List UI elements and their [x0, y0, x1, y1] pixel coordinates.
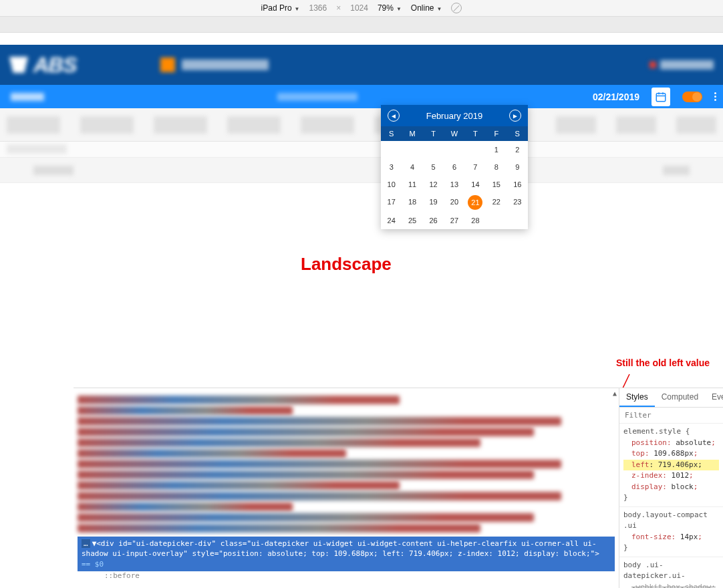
datepicker-day-cell[interactable]: 2: [507, 141, 528, 158]
table-cell-blur: [33, 166, 74, 175]
device-width: 1366: [309, 3, 327, 13]
table-header-row: [0, 108, 723, 142]
logo-glyph: [9, 57, 28, 73]
calendar-icon[interactable]: [652, 88, 670, 106]
datepicker-day-cell[interactable]: 11: [402, 176, 422, 193]
dom-line-blur: [78, 492, 561, 500]
device-selector[interactable]: iPad Pro: [261, 3, 300, 13]
datepicker-dayhead-cell: S: [507, 126, 528, 141]
white-gap: [0, 33, 723, 45]
datepicker-day-cell: .: [444, 141, 464, 158]
css-rule-body-layout[interactable]: body.layout-compact .ui font-size: 14px;…: [619, 507, 723, 557]
datepicker-day-cell[interactable]: 18: [402, 193, 422, 212]
css-highlighted-prop: left: 719.406px;: [623, 460, 719, 471]
datepicker-header: ◄ February 2019 ►: [381, 105, 528, 126]
datepicker-day-cell[interactable]: 19: [423, 193, 444, 212]
dom-line-blur: [78, 481, 400, 490]
tab-styles[interactable]: Styles: [619, 388, 655, 407]
datepicker-prev-icon[interactable]: ◄: [388, 110, 400, 122]
css-rule-body-datepicker[interactable]: body .ui-datepicker.ui- -webkit-box-shad…: [619, 557, 723, 589]
datepicker-day-cell[interactable]: 23: [507, 193, 528, 212]
datepicker-day-cell[interactable]: 8: [486, 158, 507, 176]
dom-line-blur: [78, 428, 534, 436]
app-logo: ABS: [9, 53, 77, 78]
devtools-panel: ▲ …▼<div id="ui-datepicker-div" class="u…: [74, 388, 723, 588]
datepicker-dayhead-cell: T: [423, 126, 444, 141]
tab-computed[interactable]: Computed: [655, 388, 705, 407]
table-cell-blur: [663, 166, 690, 175]
rotate-icon[interactable]: [451, 3, 462, 13]
styles-filter-input[interactable]: [619, 408, 723, 424]
table-col-blur: [556, 116, 596, 134]
landscape-label: Landscape: [301, 254, 392, 275]
datepicker-day-cell: .: [402, 141, 422, 158]
header-right: [649, 60, 714, 69]
datepicker-day-cell[interactable]: 20: [444, 193, 464, 212]
table-col-blur: [227, 116, 281, 134]
datepicker-day-cell[interactable]: 21: [468, 195, 482, 210]
menu-dots-icon[interactable]: [714, 92, 716, 101]
datepicker-day-cell[interactable]: 5: [423, 158, 444, 176]
devtools-selected-node[interactable]: …▼<div id="ui-datepicker-div" class="ui-…: [78, 537, 615, 571]
datepicker-day-cell[interactable]: 14: [465, 176, 486, 193]
datepicker-day-cell[interactable]: 1: [486, 141, 507, 158]
datepicker-day-cell[interactable]: 27: [444, 212, 464, 229]
dom-line-blur: [78, 406, 293, 415]
table-subrow: [0, 142, 723, 158]
devtools-elements-panel[interactable]: ▲ …▼<div id="ui-datepicker-div" class="u…: [74, 388, 619, 588]
gray-strip: [0, 17, 723, 33]
dom-line-blur: [78, 438, 480, 447]
orange-badge: [160, 57, 175, 72]
device-height: 1024: [350, 3, 368, 13]
datepicker-dayhead-cell: M: [402, 126, 422, 141]
css-rule-element-style[interactable]: element.style { position: absolute; top:…: [619, 424, 723, 507]
dom-line-blur: [78, 502, 293, 511]
toggle-switch[interactable]: [682, 92, 702, 102]
datepicker-day-cell: .: [507, 212, 528, 229]
datepicker-day-cell[interactable]: 7: [465, 158, 486, 176]
datepicker-day-cell[interactable]: 28: [465, 212, 486, 229]
date-field[interactable]: 02/21/2019: [587, 92, 645, 102]
table-col-blur: [7, 116, 60, 134]
app-header: ABS: [0, 45, 723, 85]
header-center: [160, 57, 269, 72]
css-selector: element.style {: [623, 426, 719, 438]
network-selector[interactable]: Online: [411, 3, 442, 13]
dom-line-blur: [78, 524, 480, 533]
table-col-blur: [301, 116, 354, 134]
dom-line-blur: [78, 449, 346, 458]
datepicker-day-cell[interactable]: 17: [381, 193, 402, 212]
datepicker-day-cell[interactable]: 13: [444, 176, 464, 193]
datepicker-dayhead-cell: F: [486, 126, 507, 141]
datepicker-day-cell[interactable]: 4: [402, 158, 422, 176]
dom-line-blur: [78, 460, 561, 468]
datepicker-day-cell: .: [486, 212, 507, 229]
datepicker-next-icon[interactable]: ►: [509, 110, 521, 122]
dom-line-blur: [78, 417, 561, 426]
header-user-blur: [660, 60, 714, 69]
datepicker-day-cell[interactable]: 16: [507, 176, 528, 193]
datepicker-day-cell[interactable]: 3: [381, 158, 402, 176]
devtools-tabs: Styles Computed Eve: [619, 388, 723, 408]
table-col-blur: [154, 116, 207, 134]
datepicker-day-cell[interactable]: 6: [444, 158, 464, 176]
devtools-pseudo-before: ::before: [78, 571, 615, 580]
dom-line-blur: [78, 470, 534, 479]
logo-text: ABS: [33, 53, 77, 78]
zoom-selector[interactable]: 79%: [378, 3, 402, 13]
datepicker-day-cell[interactable]: 12: [423, 176, 444, 193]
scroll-up-icon[interactable]: ▲: [611, 390, 619, 397]
tab-event[interactable]: Eve: [705, 388, 723, 407]
datepicker-day-cell[interactable]: 26: [423, 212, 444, 229]
datepicker-day-cell[interactable]: 15: [486, 176, 507, 193]
datepicker-day-cell[interactable]: 10: [381, 176, 402, 193]
datepicker-grid: .....12345678910111213141516171819202122…: [381, 141, 528, 229]
datepicker-day-cell[interactable]: 9: [507, 158, 528, 176]
subheader-label: [7, 92, 48, 102]
datepicker-dayhead-cell: S: [381, 126, 402, 141]
datepicker-day-cell[interactable]: 24: [381, 212, 402, 229]
datepicker-day-cell: .: [423, 141, 444, 158]
datepicker-day-cell[interactable]: 22: [486, 193, 507, 212]
datepicker-day-cell[interactable]: 25: [402, 212, 422, 229]
dimension-separator: ×: [336, 3, 341, 13]
